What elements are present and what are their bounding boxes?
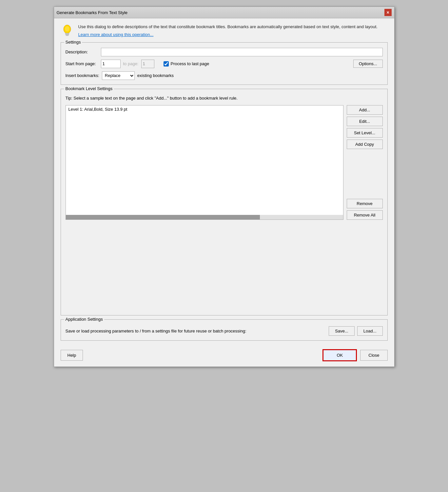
description-label: Description: (66, 49, 98, 54)
dialog-footer: Help OK Close (54, 346, 394, 367)
set-level-button[interactable]: Set Level... (347, 128, 383, 138)
settings-section: Settings Description: Start from page: t… (61, 42, 388, 85)
start-from-input[interactable] (101, 60, 121, 68)
add-button[interactable]: Add... (347, 105, 383, 115)
info-description: Use this dialog to define descriptions o… (78, 24, 378, 29)
bookmark-level-section: Bookmark Level Settings Tip: Select a sa… (61, 89, 388, 316)
list-item: Level 1: Arial,Bold, Size 13.9 pt (66, 105, 343, 113)
svg-rect-3 (66, 35, 68, 36)
settings-content: Description: Start from page: to page: P… (66, 48, 383, 80)
bookmark-tip-text: Tip: Select a sample text on the page an… (66, 96, 238, 101)
bookmark-content: Level 1: Arial,Bold, Size 13.9 pt Add...… (66, 105, 383, 220)
svg-rect-2 (66, 34, 69, 35)
process-last-page-area: Process to last page (164, 61, 209, 66)
process-last-page-label[interactable]: Process to last page (171, 61, 209, 66)
add-copy-button[interactable]: Add Copy (347, 140, 383, 149)
remove-all-button[interactable]: Remove All (347, 210, 383, 220)
process-last-page-checkbox[interactable] (164, 61, 169, 66)
svg-point-4 (65, 26, 69, 31)
bookmark-list[interactable]: Level 1: Arial,Bold, Size 13.9 pt (66, 105, 343, 220)
info-section: Use this dialog to define descriptions o… (61, 24, 388, 37)
page-range-row: Start from page: to page: Process to las… (66, 60, 383, 68)
svg-rect-1 (65, 33, 69, 34)
bookmark-tip: Tip: Select a sample text on the page an… (66, 96, 383, 101)
bookmark-section-label: Bookmark Level Settings (64, 86, 114, 91)
app-settings-buttons: Save... Load... (329, 326, 382, 336)
to-page-input[interactable] (141, 60, 154, 68)
title-bar: Generate Bookmarks From Text Style × (54, 7, 394, 18)
ok-button[interactable]: OK (322, 349, 357, 361)
load-button[interactable]: Load... (357, 326, 383, 336)
remove-button[interactable]: Remove (347, 199, 383, 208)
existing-bookmarks-label: existing bookmarks (137, 73, 174, 78)
learn-more-link[interactable]: Learn more about using this operation... (78, 32, 378, 37)
app-settings-content: Save or load processing parameters to / … (66, 326, 383, 336)
start-from-label: Start from page: (66, 61, 98, 66)
description-row: Description: (66, 48, 383, 56)
options-button[interactable]: Options... (353, 60, 383, 68)
scrollbar-thumb (66, 215, 260, 219)
insert-bookmarks-select[interactable]: Replace Add Merge (102, 71, 135, 80)
app-settings-description: Save or load processing parameters to / … (66, 328, 324, 334)
close-dialog-button[interactable]: Close (360, 350, 387, 361)
insert-bookmarks-label: Insert bookmarks: (66, 73, 99, 78)
horizontal-scrollbar[interactable] (66, 215, 343, 219)
footer-right-buttons: OK Close (322, 349, 387, 361)
settings-section-label: Settings (64, 40, 82, 45)
save-button[interactable]: Save... (329, 326, 354, 336)
info-text-container: Use this dialog to define descriptions o… (78, 24, 378, 37)
to-page-label: to page: (123, 61, 139, 66)
edit-button[interactable]: Edit... (347, 117, 383, 126)
help-button[interactable]: Help (61, 350, 83, 361)
insert-bookmarks-row: Insert bookmarks: Replace Add Merge exis… (66, 71, 383, 80)
dialog-title: Generate Bookmarks From Text Style (57, 10, 128, 15)
main-dialog: Generate Bookmarks From Text Style × Use… (54, 7, 395, 367)
dialog-body: Use this dialog to define descriptions o… (54, 18, 394, 346)
app-settings-label: Application Settings (64, 317, 104, 322)
bulb-icon (61, 24, 74, 37)
description-input[interactable] (101, 48, 383, 56)
application-settings-section: Application Settings Save or load proces… (61, 319, 388, 341)
close-icon[interactable]: × (384, 9, 392, 16)
bookmark-action-buttons: Add... Edit... Set Level... Add Copy Rem… (347, 105, 383, 220)
